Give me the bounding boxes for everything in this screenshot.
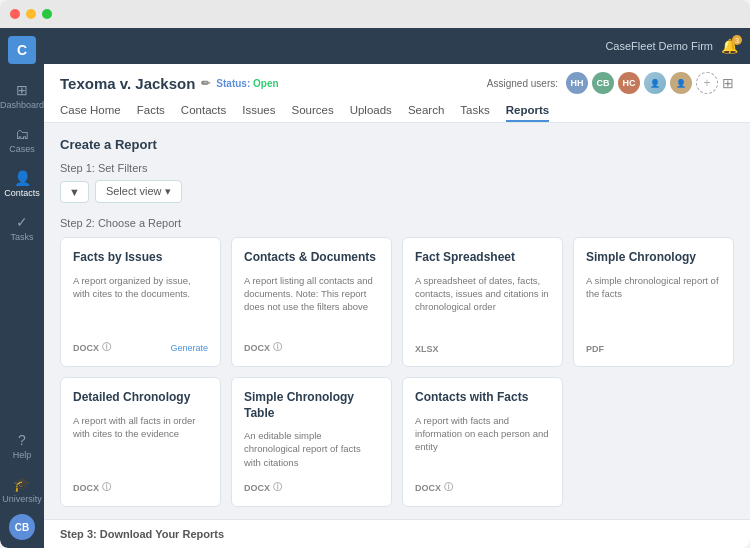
report-format: DOCX ⓘ [73,341,111,354]
nav-contacts[interactable]: Contacts [181,100,226,122]
sidebar-item-dashboard[interactable]: ⊞ Dashboard [0,76,44,116]
nav-sources[interactable]: Sources [291,100,333,122]
nav-reports[interactable]: Reports [506,100,549,122]
report-title: Simple Chronology [586,250,721,266]
status-value: Open [253,78,279,89]
sidebar-bottom: ? Help 🎓 University CB [2,426,42,548]
report-format: PDF [586,344,604,354]
info-icon: ⓘ [273,481,282,494]
report-title: Contacts & Documents [244,250,379,266]
sidebar-item-tasks[interactable]: ✓ Tasks [0,208,44,248]
cases-icon: 🗂 [15,126,29,142]
report-card-facts-by-issues[interactable]: Facts by Issues A report organized by is… [60,237,221,367]
report-title: Fact Spreadsheet [415,250,550,266]
add-user-button[interactable]: + [696,72,718,94]
reports-grid-row1: Facts by Issues A report organized by is… [60,237,734,367]
report-description: A report organized by issue, with cites … [73,274,208,333]
nav-search[interactable]: Search [408,100,444,122]
topbar: CaseFleet Demo Firm 🔔 3 [44,28,750,64]
help-icon: ? [18,432,26,448]
report-card-footer: DOCX ⓘ [415,481,550,494]
user-avatar[interactable]: CB [9,514,35,540]
sidebar-item-cases[interactable]: 🗂 Cases [0,120,44,160]
report-description: A simple chronological report of the fac… [586,274,721,336]
sidebar-item-label: Help [13,450,32,460]
info-icon: ⓘ [444,481,453,494]
report-card-fact-spreadsheet[interactable]: Fact Spreadsheet A spreadsheet of dates,… [402,237,563,367]
close-button[interactable] [10,9,20,19]
report-format: DOCX ⓘ [73,481,111,494]
report-card-simple-chronology-table[interactable]: Simple Chronology Table An editable simp… [231,377,392,507]
nav-issues[interactable]: Issues [242,100,275,122]
dashboard-icon: ⊞ [16,82,28,98]
edit-icon[interactable]: ✏ [201,77,210,90]
sidebar-item-label: University [2,494,42,504]
sidebar-item-label: Contacts [4,188,40,198]
report-title: Simple Chronology Table [244,390,379,421]
bell-badge: 3 [732,35,742,45]
case-title: Texoma v. Jackson ✏ Status: Open [60,75,279,92]
info-icon: ⓘ [273,341,282,354]
report-card-footer: DOCX ⓘ [73,481,208,494]
tasks-icon: ✓ [16,214,28,230]
sidebar-nav: ⊞ Dashboard 🗂 Cases 👤 Contacts ✓ Tasks [0,76,44,248]
minimize-button[interactable] [26,9,36,19]
reports-grid-row2: Detailed Chronology A report with all fa… [60,377,734,507]
report-format: DOCX ⓘ [415,481,453,494]
case-name: Texoma v. Jackson [60,75,195,92]
case-header: Texoma v. Jackson ✏ Status: Open Assigne… [44,64,750,123]
report-description: A report with all facts in order with ci… [73,414,208,473]
maximize-button[interactable] [42,9,52,19]
report-title: Contacts with Facts [415,390,550,406]
sidebar-item-label: Cases [9,144,35,154]
report-description: A report listing all contacts and docume… [244,274,379,333]
assigned-label: Assigned users: [487,78,558,89]
nav-tasks[interactable]: Tasks [460,100,489,122]
user-avatar-2[interactable]: 👤 [670,72,692,94]
user-avatar-1[interactable]: 👤 [644,72,666,94]
select-view-button[interactable]: Select view ▾ [95,180,182,203]
report-description: A report with facts and information on e… [415,414,550,473]
sidebar-logo[interactable]: C [8,36,36,64]
step2-label: Step 2: Choose a Report [60,217,734,229]
filter-icon: ▼ [69,186,80,198]
info-icon: ⓘ [102,341,111,354]
firm-name: CaseFleet Demo Firm [605,40,713,52]
report-title: Detailed Chronology [73,390,208,406]
case-status: Status: Open [216,78,278,89]
sidebar-item-label: Tasks [10,232,33,242]
report-card-contacts-documents[interactable]: Contacts & Documents A report listing al… [231,237,392,367]
user-cb[interactable]: CB [592,72,614,94]
filter-button[interactable]: ▼ [60,181,89,203]
window-chrome [0,0,750,28]
step3-bar: Step 3: Download Your Reports [44,519,750,548]
report-card-contacts-with-facts[interactable]: Contacts with Facts A report with facts … [402,377,563,507]
case-nav: Case Home Facts Contacts Issues Sources … [60,100,734,122]
generate-link[interactable]: Generate [170,343,208,353]
report-format: DOCX ⓘ [244,481,282,494]
sidebar-item-university[interactable]: 🎓 University [2,470,42,510]
report-description: An editable simple chronological report … [244,429,379,473]
report-card-detailed-chronology[interactable]: Detailed Chronology A report with all fa… [60,377,221,507]
manage-users-icon[interactable]: ⊞ [722,75,734,91]
nav-facts[interactable]: Facts [137,100,165,122]
report-format: DOCX ⓘ [244,341,282,354]
report-card-footer: XLSX [415,344,550,354]
user-hh[interactable]: HH [566,72,588,94]
report-card-simple-chronology[interactable]: Simple Chronology A simple chronological… [573,237,734,367]
sidebar-item-help[interactable]: ? Help [2,426,42,466]
nav-uploads[interactable]: Uploads [350,100,392,122]
assigned-users: Assigned users: HH CB HC 👤 👤 + ⊞ [487,72,734,94]
content-area: Create a Report Step 1: Set Filters ▼ Se… [44,123,750,519]
user-hc[interactable]: HC [618,72,640,94]
step3-label: Step 3: Download Your Reports [60,528,224,540]
sidebar: C ⊞ Dashboard 🗂 Cases 👤 Contacts ✓ Tasks [0,28,44,548]
report-card-footer: DOCX ⓘ Generate [73,341,208,354]
report-card-footer: PDF [586,344,721,354]
notification-bell[interactable]: 🔔 3 [721,38,738,54]
report-card-footer: DOCX ⓘ [244,481,379,494]
sidebar-item-contacts[interactable]: 👤 Contacts [0,164,44,204]
info-icon: ⓘ [102,481,111,494]
filters-row: ▼ Select view ▾ [60,180,734,203]
nav-case-home[interactable]: Case Home [60,100,121,122]
